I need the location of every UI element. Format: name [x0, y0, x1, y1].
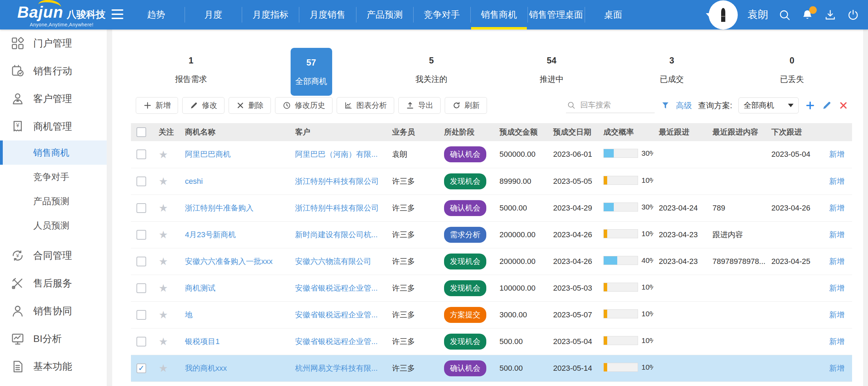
stat-filter-3[interactable]: 5我关注的 — [371, 46, 491, 96]
sidebar-item-4[interactable]: ¥商机管理 — [0, 113, 107, 140]
row-checkbox[interactable] — [136, 203, 146, 213]
star-icon[interactable]: ★ — [159, 175, 168, 187]
nav-item-6[interactable]: 竞争对手 — [413, 0, 470, 29]
star-icon[interactable]: ★ — [159, 256, 168, 267]
advanced-search-link[interactable]: 高级 — [676, 100, 692, 111]
star-icon[interactable]: ★ — [159, 229, 168, 240]
customer-link[interactable]: 新时尚建设有限公司杭... — [295, 230, 378, 239]
row-checkbox[interactable] — [136, 337, 146, 346]
add-followup-link[interactable]: 新增 — [829, 337, 844, 346]
row-checkbox[interactable] — [136, 310, 146, 320]
customer-link[interactable]: 浙江特别牛科技有限公司 — [295, 177, 379, 186]
add-followup-link[interactable]: 新增 — [829, 364, 844, 372]
star-icon[interactable]: ★ — [159, 149, 168, 160]
table-row[interactable]: ★商机测试安徽省银税远程企业管...许三多发现机会100000.002023-0… — [131, 275, 852, 301]
add-followup-link[interactable]: 新增 — [829, 284, 844, 292]
customer-link[interactable]: 安徽六六物流有限公司 — [295, 257, 371, 266]
nav-item-8[interactable]: 销售管理桌面 — [528, 0, 585, 29]
opportunity-name-link[interactable]: 银税项目1 — [185, 337, 220, 346]
add-followup-link[interactable]: 新增 — [829, 177, 844, 186]
nav-item-5[interactable]: 产品预测 — [356, 0, 413, 29]
brand-logo[interactable]: Bajun 八骏科技 Anyone,Anytime,Anywhere! — [17, 3, 106, 27]
sidebar-item-9[interactable]: 基本功能 — [0, 353, 107, 380]
search-icon[interactable] — [778, 8, 791, 22]
table-row[interactable]: ★地安徽省银税远程企业管...许三多方案提交3000.002023-05-071… — [131, 301, 852, 328]
refresh-button[interactable]: 刷新 — [445, 97, 487, 114]
sidebar-scrollbar[interactable] — [107, 29, 112, 386]
sidebar-subitem-2[interactable]: 竞争对手 — [0, 165, 107, 189]
opportunity-name-link[interactable]: 商机测试 — [185, 284, 215, 292]
search-input[interactable] — [566, 98, 655, 112]
customer-link[interactable]: 安徽省银税远程企业管... — [295, 284, 378, 292]
star-icon[interactable]: ★ — [159, 282, 168, 294]
sidebar-subitem-3[interactable]: 产品预测 — [0, 189, 107, 213]
add-followup-link[interactable]: 新增 — [829, 257, 844, 266]
sidebar-item-6[interactable]: 售后服务 — [0, 269, 107, 297]
customer-link[interactable]: 阿里巴巴（河南）有限... — [295, 150, 378, 158]
stat-filter-4[interactable]: 54推进中 — [491, 46, 612, 96]
stat-filter-2[interactable]: 57全部商机 — [251, 46, 371, 96]
scheme-select[interactable]: 全部商机 — [738, 97, 799, 113]
opportunity-name-link[interactable]: 我的商机xxx — [185, 364, 227, 372]
opportunity-name-link[interactable]: 浙江特别牛准备购入 — [185, 204, 254, 212]
sidebar-item-2[interactable]: 销售行动 — [0, 57, 107, 85]
history-button[interactable]: 修改历史 — [275, 97, 333, 114]
row-checkbox[interactable] — [136, 177, 146, 186]
opportunity-name-link[interactable]: 阿里巴巴商机 — [185, 150, 231, 158]
row-checkbox[interactable] — [136, 283, 146, 293]
table-row[interactable]: ★安徽六六准备购入一批xxx安徽六六物流有限公司许三多发现机会200000.00… — [131, 248, 852, 275]
sidebar-item-5[interactable]: ¥合同管理 — [0, 242, 107, 269]
edit-scheme-icon[interactable] — [822, 100, 832, 111]
sidebar-subitem-4[interactable]: 人员预测 — [0, 213, 107, 238]
stat-filter-1[interactable]: 1报告需求 — [131, 46, 251, 96]
table-row[interactable]: ★4月23号新商机新时尚建设有限公司杭...许三多需求分析200000.0020… — [131, 221, 852, 248]
table-row[interactable]: ★ceshi浙江特别牛科技有限公司许三多发现机会89990.002023-05-… — [131, 168, 852, 195]
add-followup-link[interactable]: 新增 — [829, 150, 844, 158]
nav-item-7[interactable]: 销售商机 — [470, 0, 528, 29]
edit-button[interactable]: 修改 — [182, 97, 224, 114]
add-scheme-icon[interactable] — [805, 100, 815, 111]
filter-funnel-icon[interactable] — [661, 101, 670, 110]
customer-link[interactable]: 杭州网易文学科技有限... — [295, 364, 378, 372]
row-checkbox[interactable] — [136, 257, 146, 266]
customer-link[interactable]: 浙江特别牛科技有限公司 — [295, 204, 379, 212]
add-followup-link[interactable]: 新增 — [829, 204, 844, 212]
stat-filter-5[interactable]: 3已成交 — [612, 46, 732, 96]
nav-item-9[interactable]: 桌面 — [585, 0, 642, 29]
sidebar-item-1[interactable]: 门户管理 — [0, 29, 107, 57]
row-checkbox[interactable] — [136, 149, 146, 159]
stat-filter-6[interactable]: 0已丢失 — [732, 46, 852, 96]
download-icon[interactable] — [824, 8, 837, 22]
customer-link[interactable]: 安徽省银税远程企业管... — [295, 337, 378, 346]
power-icon[interactable] — [847, 8, 860, 22]
notification-bell-icon[interactable] — [801, 8, 814, 22]
star-icon[interactable]: ★ — [159, 309, 168, 320]
nav-item-4[interactable]: 月度销售 — [299, 0, 356, 29]
add-followup-link[interactable]: 新增 — [829, 310, 844, 319]
opportunity-name-link[interactable]: ceshi — [185, 177, 203, 186]
chart-button[interactable]: 图表分析 — [337, 97, 394, 114]
nav-item-3[interactable]: 月度指标 — [242, 0, 299, 29]
delete-button[interactable]: 删除 — [229, 97, 271, 114]
sidebar-item-7[interactable]: 销售协同 — [0, 297, 107, 325]
star-icon[interactable]: ★ — [159, 362, 168, 374]
delete-scheme-icon[interactable] — [838, 100, 849, 111]
star-icon[interactable]: ★ — [159, 336, 168, 347]
nav-item-1[interactable]: 趋势 — [127, 0, 185, 29]
nav-item-2[interactable]: 月度 — [185, 0, 242, 29]
opportunity-name-link[interactable]: 地 — [185, 310, 193, 319]
table-row[interactable]: ★我的商机xxx杭州网易文学科技有限...许三多确认机会500.002023-0… — [131, 355, 852, 381]
table-row[interactable]: ★浙江特别牛准备购入浙江特别牛科技有限公司许三多确认机会5000.002023-… — [131, 195, 852, 221]
table-row[interactable]: ★银税项目1安徽省银税远程企业管...许三多发现机会500.002023-05-… — [131, 328, 852, 355]
sidebar-item-3[interactable]: 客户管理 — [0, 85, 107, 113]
page-scrollbar[interactable] — [863, 29, 868, 386]
opportunity-name-link[interactable]: 安徽六六准备购入一批xxx — [185, 257, 273, 266]
add-button[interactable]: 新增 — [136, 97, 178, 114]
export-button[interactable]: 导出 — [398, 97, 441, 114]
sidebar-subitem-1[interactable]: 销售商机 — [0, 140, 107, 165]
row-checkbox[interactable] — [136, 363, 146, 373]
customer-link[interactable]: 安徽省银税远程企业管... — [295, 310, 378, 319]
table-row[interactable]: ★阿里巴巴商机阿里巴巴（河南）有限...袁朗确认机会500000.002023-… — [131, 141, 852, 168]
add-followup-link[interactable]: 新增 — [829, 230, 844, 239]
opportunity-name-link[interactable]: 4月23号新商机 — [185, 230, 236, 239]
